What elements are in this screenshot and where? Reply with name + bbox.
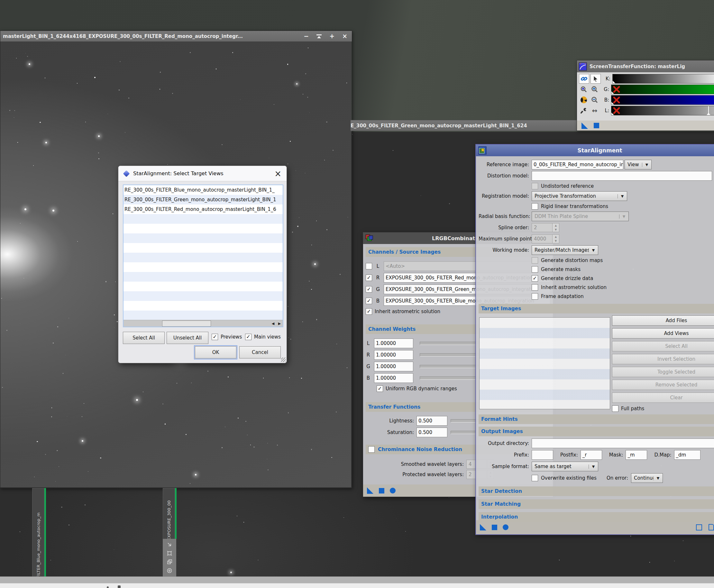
reset-square-icon[interactable] (594, 123, 599, 128)
scroll-right-icon[interactable]: ▶ (276, 321, 283, 326)
fit-window-icon[interactable] (167, 550, 172, 556)
generate-drizzle-checkbox[interactable]: ✓ (532, 275, 538, 281)
generate-distortion-maps-checkbox[interactable] (532, 257, 538, 264)
stf-l-gradient-bar[interactable] (611, 106, 714, 115)
add-views-button[interactable]: Add Views (612, 328, 714, 338)
stf-titlebar[interactable]: ScreenTransferFunction: masterLig (577, 60, 714, 72)
dmap-input[interactable]: _dm (674, 450, 700, 460)
view-dropdown-button[interactable]: View ▼ (625, 160, 652, 169)
toggle-selected-button[interactable]: Toggle Selected (612, 367, 714, 377)
list-item[interactable]: RE_300_00s_FILTER_Blue_mono_autocrop_mas… (123, 185, 283, 195)
registration-model-dropdown[interactable]: Projective Transformation ▼ (532, 191, 627, 201)
taskbar-dot-icon[interactable] (107, 586, 109, 588)
browse-documentation-icon[interactable] (503, 524, 509, 530)
green-image-window-titlebar[interactable]: E_300_00s_FILTER_Green_mono_autocrop_mas… (351, 120, 578, 131)
browse-documentation-icon[interactable] (390, 488, 395, 493)
weight-g-input[interactable]: 1.00000 (374, 362, 413, 371)
mask-input[interactable]: _m (626, 450, 647, 460)
target-images-list[interactable] (479, 317, 610, 409)
channel-g-checkbox[interactable]: ✓ (366, 286, 372, 293)
edit-stf-cursor-icon[interactable] (591, 74, 601, 84)
select-all-button[interactable]: Select All (123, 332, 165, 344)
output-directory-input[interactable] (532, 439, 714, 448)
apply-global-square-icon[interactable] (379, 488, 384, 493)
previews-checkbox[interactable]: ✓ (212, 334, 218, 340)
apply-triangle-icon[interactable] (480, 524, 486, 530)
scrollbar-thumb[interactable] (162, 320, 211, 327)
duplicate-icon[interactable] (167, 559, 172, 565)
prefix-input[interactable] (532, 450, 553, 460)
clear-button[interactable]: Clear (612, 393, 714, 403)
reset-x-icon[interactable] (613, 86, 620, 93)
section-star-matching[interactable]: Star Matching (478, 499, 714, 509)
postfix-input[interactable]: _r (580, 450, 602, 460)
shaded-window-blue[interactable]: FILTER_Blue_mono_autocrop_m (32, 488, 46, 576)
spline-order-spinner[interactable]: 2 ▲▼ (532, 223, 559, 232)
weight-l-input[interactable]: 1.00000 (374, 338, 413, 348)
taskbar-lower-strip[interactable] (0, 584, 714, 588)
taskbar-upper-strip[interactable] (0, 576, 714, 584)
close-icon[interactable]: × (342, 33, 347, 39)
section-target-images[interactable]: Target Images (478, 304, 714, 313)
apply-triangle-icon[interactable] (582, 123, 588, 129)
reference-image-input[interactable]: 0_00s_FILTER_Red_mono_autocrop_integrati… (532, 160, 623, 169)
channel-r-checkbox[interactable]: ✓ (366, 275, 372, 281)
target-views-list[interactable]: RE_300_00s_FILTER_Blue_mono_autocrop_mas… (123, 185, 283, 327)
cancel-button[interactable]: Cancel (239, 346, 281, 358)
sample-format-dropdown[interactable]: Same as target ▼ (532, 462, 598, 471)
main-views-checkbox[interactable]: ✓ (245, 334, 251, 340)
new-instance-page-icon[interactable] (709, 524, 714, 530)
ok-button[interactable]: OK (195, 346, 237, 358)
spin-up-icon[interactable]: ▲ (553, 224, 559, 228)
taskbar-app-icon[interactable] (118, 585, 121, 588)
radiation-icon[interactable] (579, 96, 589, 104)
scroll-left-icon[interactable]: ◀ (270, 321, 276, 326)
unshade-arrow-icon[interactable] (167, 542, 172, 547)
zoom-11-icon[interactable] (579, 85, 589, 94)
undistorted-reference-checkbox[interactable] (532, 183, 538, 189)
lightness-input[interactable]: 0.500 (416, 416, 447, 426)
spin-up-icon[interactable]: ▲ (553, 235, 559, 239)
apply-global-square-icon[interactable] (492, 525, 497, 530)
list-item[interactable]: RE_300_00s_FILTER_Green_mono_autocrop_ma… (123, 195, 283, 205)
frame-adaptation-checkbox[interactable] (532, 293, 538, 300)
weight-b-input[interactable]: 1.00000 (374, 373, 413, 383)
cnr-checkbox[interactable] (368, 446, 375, 453)
rigid-linear-checkbox[interactable] (532, 203, 538, 210)
invert-selection-button[interactable]: Invert Selection (612, 354, 714, 364)
dialog-titlebar[interactable]: StarAlignment: Select Target Views × (118, 166, 287, 181)
zoom-out-icon[interactable] (590, 96, 599, 104)
stf-g-gradient-bar[interactable] (611, 85, 714, 94)
shade-icon[interactable] (317, 35, 322, 38)
max-spline-points-spinner[interactable]: 4000 ▲▼ (532, 234, 559, 244)
select-all-button[interactable]: Select All (612, 341, 714, 351)
channel-b-checkbox[interactable]: ✓ (366, 298, 372, 304)
uniform-rgb-checkbox[interactable]: ✓ (376, 385, 383, 392)
target-circle-icon[interactable] (167, 568, 172, 573)
on-error-dropdown[interactable]: Continue ▼ (631, 473, 663, 483)
zoom-window-icon[interactable]: + (329, 33, 334, 39)
wrench-icon[interactable] (579, 106, 589, 115)
remove-selected-button[interactable]: Remove Selected (612, 380, 714, 390)
saturation-input[interactable]: 0.500 (416, 427, 447, 437)
section-format-hints[interactable]: Format Hints (478, 414, 714, 424)
close-icon[interactable]: × (274, 169, 281, 178)
channel-l-checkbox[interactable] (366, 263, 372, 269)
red-image-window-titlebar[interactable]: masterLight_BIN_1_6244x4168_EXPOSURE_300… (0, 31, 352, 41)
resize-grip[interactable] (281, 357, 286, 362)
apply-triangle-icon[interactable] (367, 487, 373, 494)
link-rgb-icon[interactable] (579, 74, 589, 84)
radial-basis-dropdown[interactable]: DDM Thin Plate Spline ▼ (532, 212, 629, 221)
inherit-astrometric-checkbox[interactable]: ✓ (366, 308, 372, 315)
track-view-icon[interactable] (696, 524, 702, 530)
stf-b-gradient-bar[interactable] (611, 95, 714, 105)
h-arrows-icon[interactable]: ↔ (590, 106, 599, 115)
full-paths-checkbox[interactable] (612, 405, 618, 412)
horizontal-scrollbar[interactable]: ◀ ▶ (123, 320, 283, 327)
stf-k-gradient-bar[interactable] (612, 74, 714, 84)
section-star-detection[interactable]: Star Detection (478, 486, 714, 496)
stf-l-midtone-marker[interactable] (708, 106, 709, 115)
unselect-all-button[interactable]: Unselect All (167, 332, 208, 344)
shaded-window-exposure[interactable]: EXPOSURE_300_00 (163, 488, 177, 539)
section-output-images[interactable]: Output Images (478, 427, 714, 436)
